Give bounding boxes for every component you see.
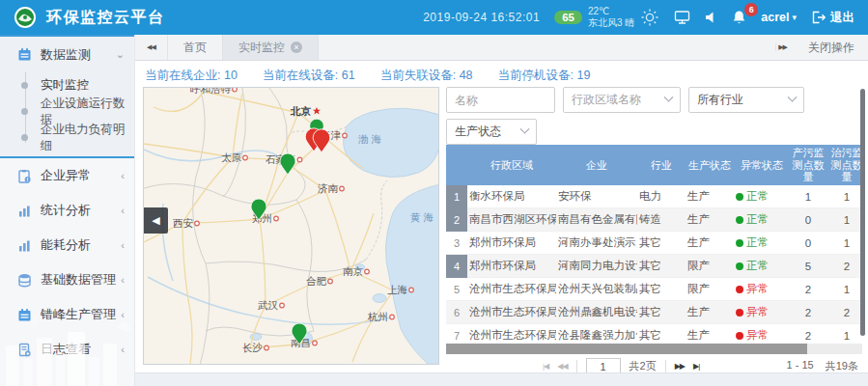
- logout-button[interactable]: 退出: [811, 10, 854, 26]
- bullet-dot-icon: [21, 82, 28, 89]
- total-pages-label: 共2页: [630, 359, 657, 373]
- table-row[interactable]: 4 郑州市环保局 河南同力电力设计 其它 限产 正常 5 2 5: [446, 255, 862, 278]
- tab-bar: ◀◀ 首页实时监控× ▶▶ 关闭操作: [135, 35, 868, 61]
- stat-item: 当前在线企业: 10: [145, 68, 238, 84]
- temperature: 22℃: [588, 6, 634, 17]
- tab-list: 首页实时监控×: [168, 35, 319, 60]
- tabs-scroll-right-icon[interactable]: ▶▶: [775, 43, 789, 51]
- app-window: 环保监控云平台 2019-09-24 16:52:01 65 22℃ 东北风3 …: [0, 0, 868, 386]
- tab-实时监控[interactable]: 实时监控×: [223, 35, 319, 60]
- notification-count-badge: 6: [744, 3, 758, 16]
- status-dot-icon: [736, 309, 743, 317]
- sidebar-subitem[interactable]: 企业电力负荷明细: [0, 124, 134, 151]
- monitor-panel: 行政区域名称 所有行业 生产状态 行政区域企业行业生产状态异常状态产污监测点数量…: [446, 87, 862, 372]
- tabs-scroll-left-icon[interactable]: ◀◀: [135, 35, 168, 60]
- speaker-icon[interactable]: [705, 11, 717, 24]
- clipboard-alert-icon: [16, 168, 32, 183]
- app-logo-icon: [14, 6, 37, 29]
- city-dot-icon: [243, 155, 248, 160]
- status-dot-icon: [736, 332, 743, 340]
- calendar-icon: [16, 307, 32, 322]
- main-content: 当前在线企业: 10当前在线设备: 61当前失联设备: 48当前停机设备: 19: [135, 61, 868, 372]
- notification-bell-icon[interactable]: 6: [732, 10, 746, 25]
- production-status-select[interactable]: 生产状态: [446, 119, 537, 145]
- status-badge: 正常: [734, 189, 790, 204]
- tab-首页[interactable]: 首页: [168, 35, 223, 60]
- table-row[interactable]: 1 衡水环保局 安环保 电力 生产 正常 1 1 0: [446, 185, 862, 208]
- city-dot-icon: [365, 269, 370, 274]
- monitor-icon[interactable]: [674, 10, 690, 25]
- calendar-icon: [16, 47, 32, 63]
- status-summary-bar: 当前在线企业: 10当前在线设备: 61当前失联设备: 48当前停机设备: 19: [145, 68, 590, 84]
- city-label: 太原: [221, 152, 242, 163]
- sidebar-item-base-data[interactable]: 基础数据管理 ‹: [0, 262, 134, 297]
- city-dot-icon: [280, 303, 285, 308]
- table-row[interactable]: 2 南昌市西湖区环保局 南昌有色金属有限 铸造 生产 正常 0 1 0: [446, 208, 862, 232]
- industry-select[interactable]: 所有行业: [688, 87, 804, 113]
- table-body: 1 衡水环保局 安环保 电力 生产 正常 1 1 0 2 南昌市西湖区环保局 南…: [446, 185, 862, 344]
- horizontal-scrollbar-thumb[interactable]: [446, 344, 807, 354]
- region-select[interactable]: 行政区域名称: [563, 87, 681, 113]
- city-dot-icon: [233, 88, 238, 92]
- bullet-dot-icon: [21, 134, 28, 141]
- sea-label: 黄海: [410, 211, 436, 223]
- last-page-icon[interactable]: ▶|: [693, 362, 699, 371]
- status-dot-icon: [736, 193, 743, 201]
- close-operations-menu[interactable]: 关闭操作: [808, 40, 854, 56]
- tab-close-icon[interactable]: ×: [291, 41, 302, 53]
- city-dot-icon: [390, 315, 395, 319]
- first-page-icon[interactable]: |◀: [543, 362, 548, 371]
- table-row[interactable]: 3 郑州市环保局 河南办事处演示 其它 生产 正常 0 1 0: [446, 232, 862, 255]
- city-label: 济南: [318, 182, 339, 194]
- sidebar-item-data-monitor[interactable]: 数据监测 ⌄: [0, 37, 134, 72]
- status-badge: 正常: [734, 259, 790, 273]
- status-badge: 异常: [734, 305, 790, 319]
- column-header: 生产状态: [686, 159, 734, 172]
- datetime: 2019-09-24 16:52:01: [423, 11, 540, 24]
- page-title: 环保监控云平台: [46, 8, 165, 28]
- table-row[interactable]: 6 沧州市生态环保局 沧州鼎鑫机电设备 其它 生产 异常 2 2 4: [446, 301, 862, 324]
- sidebar-item-log-view[interactable]: 日志查看 ‹: [0, 332, 134, 367]
- column-header: 行政区域: [467, 159, 556, 172]
- sidebar-item-statistics[interactable]: 统计分析 ‹: [0, 193, 134, 228]
- bullet-dot-icon: [21, 108, 28, 115]
- city-label: 杭州: [367, 311, 388, 322]
- horizontal-scrollbar[interactable]: [446, 344, 862, 354]
- city-dot-icon: [343, 133, 348, 138]
- status-dot-icon: [736, 262, 743, 270]
- status-dot-icon: [736, 216, 743, 224]
- sea-label: 渤海: [358, 133, 384, 145]
- stat-item: 当前停机设备: 19: [498, 68, 591, 84]
- sidebar-item-enterprise-abnormal[interactable]: 企业异常 ‹: [0, 158, 134, 193]
- city-label: 合肥: [306, 275, 327, 287]
- prev-page-icon[interactable]: ◀◀: [557, 362, 567, 371]
- table-row[interactable]: 7 沧州市生态环保局 沧县隆鑫强力加气 其它 生产 异常 2 1 0: [446, 324, 862, 344]
- stat-item: 当前在线设备: 61: [263, 68, 355, 84]
- next-page-icon[interactable]: ▶▶: [675, 362, 685, 371]
- log-icon: [16, 342, 32, 357]
- vertical-scrollbar-thumb[interactable]: [860, 89, 865, 336]
- sidebar-item-staggered-production[interactable]: 错峰生产管理 ‹: [0, 297, 134, 332]
- chevron-down-icon: ⌄: [116, 48, 125, 61]
- user-menu[interactable]: acrel ▾: [761, 11, 797, 24]
- chevron-left-icon: ‹: [121, 344, 125, 355]
- collapse-left-icon: ◀: [152, 214, 159, 227]
- city-dot-icon: [313, 341, 318, 345]
- sidebar-item-energy[interactable]: 能耗分析 ‹: [0, 228, 134, 262]
- map-panel-collapse-button[interactable]: ◀: [144, 207, 168, 234]
- bar-chart-icon: [16, 237, 32, 253]
- status-badge: 正常: [734, 235, 790, 250]
- name-search-input[interactable]: [446, 87, 555, 113]
- enterprise-table: 行政区域企业行业生产状态异常状态产污监测点数量治污监测点数量监测点运行 1 衡水…: [446, 145, 862, 344]
- status-dot-icon: [736, 239, 743, 247]
- weather-condition: 晴: [625, 17, 634, 28]
- chevron-left-icon: ‹: [121, 205, 125, 216]
- table-row[interactable]: 5 沧州市生态环保局 沧州天兴包装制品 其它 限产 异常 2 1 3: [446, 278, 862, 301]
- status-badge: 正常: [734, 212, 790, 227]
- footer-strip: [135, 372, 868, 386]
- map-panel[interactable]: 呼和浩特北京天津渤海太原石家庄济南西安郑州黄海合肥南京上海武汉杭州长沙南昌 ◀: [143, 87, 439, 365]
- logout-icon: [811, 11, 826, 24]
- stat-item: 当前失联设备: 48: [380, 68, 473, 84]
- city-label: 长沙: [242, 342, 264, 353]
- city-label: 西安: [173, 217, 194, 229]
